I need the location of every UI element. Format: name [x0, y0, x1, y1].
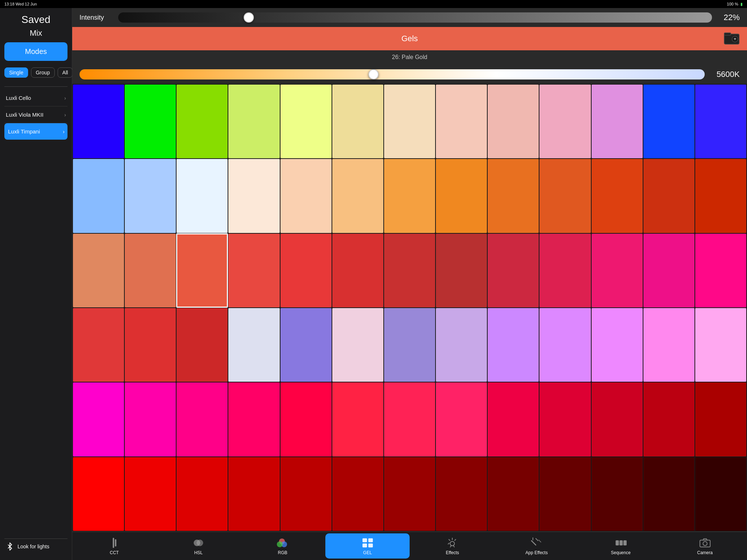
intensity-slider[interactable] [118, 12, 467, 23]
modes-button[interactable]: Modes [4, 42, 67, 61]
color-cell[interactable] [384, 159, 435, 233]
pale-gold-row: 26: Pale Gold [72, 50, 467, 65]
color-cell[interactable] [384, 85, 435, 158]
color-cell[interactable] [73, 159, 124, 233]
color-cell[interactable] [73, 234, 124, 280]
device-list: Luxli Cello › Luxli Viola MKII › Luxli T… [4, 90, 67, 280]
filter-group[interactable]: Group [31, 67, 55, 78]
color-grid [72, 84, 467, 280]
intensity-thumb [244, 12, 254, 23]
color-cell[interactable] [436, 234, 467, 280]
device-item-cello[interactable]: Luxli Cello › [4, 90, 67, 106]
color-cell[interactable] [177, 85, 228, 158]
filter-single[interactable]: Single [4, 67, 28, 78]
color-cell[interactable] [332, 85, 383, 158]
cct-slider-row: 5600K [72, 65, 467, 84]
sidebar: Saved Mix Modes Single Group All Luxli C… [0, 8, 72, 280]
intensity-row: Intensity 22% [72, 8, 467, 27]
status-bar: 13:18 Wed 12 Jun 100 % ▮ [0, 0, 467, 8]
color-cell[interactable] [228, 159, 279, 233]
selected-gel-label: 26: Pale Gold [392, 54, 427, 60]
divider-1 [4, 86, 67, 87]
sidebar-subtitle: Mix [4, 28, 67, 38]
intensity-track [118, 12, 467, 23]
chevron-icon: › [64, 95, 66, 101]
color-cell[interactable] [384, 234, 435, 280]
color-cell[interactable] [73, 85, 124, 158]
color-cell[interactable] [177, 159, 228, 233]
color-cell[interactable] [436, 159, 467, 233]
cct-slider[interactable] [80, 69, 467, 79]
device-item-timpani[interactable]: Luxli Timpani › [4, 123, 67, 140]
color-cell[interactable] [228, 234, 279, 280]
chevron-icon: › [64, 112, 66, 118]
color-cell[interactable] [280, 85, 332, 158]
color-cell[interactable] [280, 234, 332, 280]
filter-all[interactable]: All [58, 67, 73, 78]
sidebar-title: Saved [4, 14, 67, 26]
color-cell[interactable] [228, 85, 279, 158]
color-cell[interactable] [125, 159, 176, 233]
chevron-icon: › [63, 129, 65, 135]
color-cell[interactable] [125, 85, 176, 158]
color-cell[interactable] [125, 234, 176, 280]
color-cell[interactable] [280, 159, 332, 233]
gels-header: Gels + [72, 27, 467, 50]
color-cell[interactable] [436, 85, 467, 158]
device-item-viola[interactable]: Luxli Viola MKII › [4, 106, 67, 123]
intensity-label: Intensity [80, 14, 112, 22]
main-content: Intensity 22% Gels + 26: Pale Gold 5600K [72, 8, 467, 280]
filter-row: Single Group All [4, 67, 67, 78]
color-cell[interactable] [332, 234, 383, 280]
cct-thumb [368, 69, 379, 79]
color-cell[interactable] [332, 159, 383, 233]
status-time: 13:18 Wed 12 Jun [4, 2, 37, 6]
gels-title: Gels [401, 34, 418, 43]
color-cell[interactable] [177, 234, 228, 280]
